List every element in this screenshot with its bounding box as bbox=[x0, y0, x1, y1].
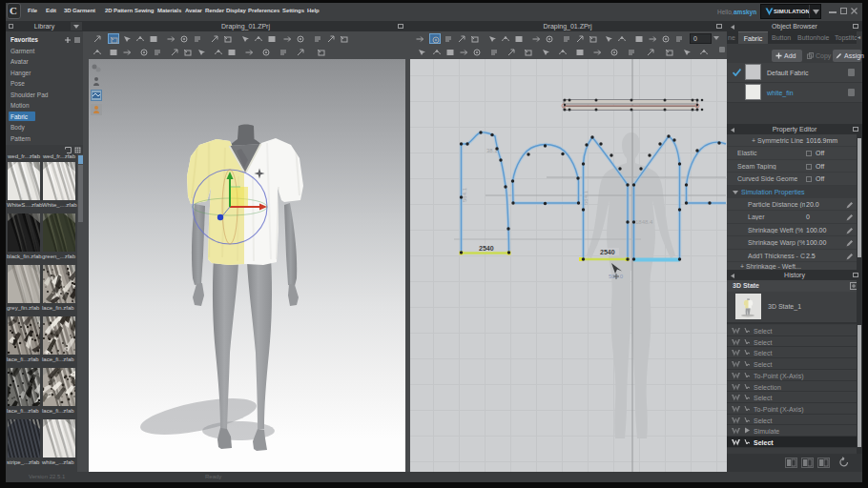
svg-text:1848.4: 1848.4 bbox=[635, 219, 653, 225]
svg-text:2540: 2540 bbox=[600, 249, 615, 255]
svg-text:2540: 2540 bbox=[479, 245, 494, 252]
